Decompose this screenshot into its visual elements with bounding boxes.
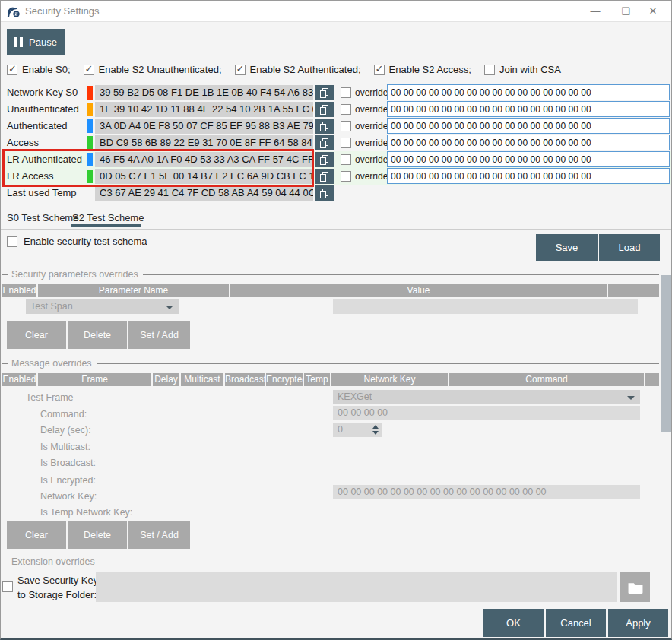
copy-button[interactable] <box>315 185 334 201</box>
message-delete-button: Delete <box>68 521 127 549</box>
column-header-broadcast: Broadcast <box>225 373 265 386</box>
override-input[interactable] <box>387 101 670 117</box>
enable-test-schema-label: Enable security test schema <box>24 236 147 247</box>
enable-s2-access-checkbox[interactable] <box>374 65 385 75</box>
key-row-access: Access BD C9 58 6B 89 22 E9 31 70 0E 8F … <box>1 135 672 151</box>
tab-s2-test-scheme[interactable]: S2 Test Scheme <box>72 212 144 223</box>
delay-label: Delay (sec): <box>40 425 91 436</box>
maximize-button[interactable]: ❑ <box>610 1 641 21</box>
is-multicast-label: Is Multicast: <box>40 442 90 452</box>
column-header-extra <box>645 373 659 386</box>
params-delete-button: Delete <box>68 321 127 349</box>
column-header-multicast: Multicast <box>181 373 223 386</box>
override-checkbox[interactable] <box>341 121 351 131</box>
key-value-field[interactable]: C3 67 AE 29 41 C4 7F CD 58 AB A4 59 04 4… <box>95 185 313 201</box>
key-value-field[interactable]: 0D 05 C7 E1 5F 00 14 B7 E2 EC 6A 9D CB F… <box>95 169 313 184</box>
override-input[interactable] <box>387 151 670 167</box>
window-title: Security Settings <box>25 5 100 17</box>
load-button[interactable]: Load <box>599 234 660 261</box>
enable-s2-unauth-checkbox[interactable] <box>84 65 94 75</box>
enable-test-schema-checkbox[interactable] <box>7 236 17 247</box>
spinner-arrows[interactable] <box>371 423 380 436</box>
enable-s2-access-label: Enable S2 Access; <box>389 64 471 75</box>
override-checkbox[interactable] <box>341 154 351 165</box>
copy-icon <box>320 189 328 198</box>
network-key-field: 00 00 00 00 00 00 00 00 00 00 00 00 00 0… <box>333 485 640 499</box>
storage-folder-field <box>96 572 617 602</box>
enable-s0-checkbox[interactable] <box>7 65 17 75</box>
enable-s2-auth-checkbox[interactable] <box>235 65 246 75</box>
enable-test-schema-row: Enable security test schema <box>7 236 147 247</box>
browse-folder-button <box>620 572 650 602</box>
column-header-enabled: Enabled <box>2 284 36 297</box>
chevron-down-icon <box>627 396 635 400</box>
key-label: LR Authenticated <box>7 154 86 165</box>
column-header-value: Value <box>230 284 607 297</box>
spin-down-icon[interactable] <box>372 431 379 435</box>
override-input[interactable] <box>387 118 670 134</box>
tab-s0-test-scheme[interactable]: S0 Test Scheme <box>7 212 78 223</box>
override-label: override <box>355 138 388 148</box>
delay-value: 0 <box>338 424 343 435</box>
key-row-authenticated: Authenticated 3A 0D A4 0E F8 50 07 CF 85… <box>1 118 672 135</box>
close-button[interactable]: ✕ <box>638 1 668 21</box>
column-header-parameter-name: Parameter Name <box>38 284 229 297</box>
cancel-button[interactable]: Cancel <box>546 609 606 637</box>
copy-button[interactable] <box>315 169 334 184</box>
override-input[interactable] <box>387 84 670 100</box>
key-row-lr-access: LR Access 0D 05 C7 E1 5F 00 14 B7 E2 EC … <box>1 168 672 185</box>
override-label: override <box>355 121 388 131</box>
parameter-name-dropdown: Test Span <box>26 299 179 314</box>
ok-button[interactable]: OK <box>483 609 544 637</box>
pause-label: Pause <box>29 36 57 48</box>
key-row-network-key-s0: Network Key S0 39 59 B2 D5 08 F1 DE 1B 1… <box>1 84 672 101</box>
column-header-extra <box>608 284 659 297</box>
save-keys-to-folder-checkbox[interactable] <box>2 581 13 592</box>
save-button[interactable]: Save <box>536 234 598 261</box>
command-field: 00 00 00 00 <box>333 406 640 420</box>
key-value-field[interactable]: 46 F5 4A A0 1A F0 4D 53 33 A3 CA FF 57 4… <box>95 152 313 167</box>
security-settings-window: Security Settings — ❑ ✕ Pause Enable S0;… <box>0 0 672 640</box>
parameter-name-value: Test Span <box>30 301 73 312</box>
override-input[interactable] <box>387 168 670 184</box>
join-with-csa-checkbox[interactable] <box>484 65 495 75</box>
column-header-enabled: Enabled <box>2 373 36 386</box>
vertical-scrollbar[interactable] <box>661 275 672 432</box>
override-input[interactable] <box>387 135 670 150</box>
join-with-csa-label: Join with CSA <box>499 64 561 75</box>
pause-button[interactable]: Pause <box>7 29 65 55</box>
key-value-field[interactable]: 1F 39 10 42 1D 11 88 4E 22 54 10 2B 1A 5… <box>95 102 313 117</box>
key-value-field[interactable]: 3A 0D A4 0E F8 50 07 CF 85 EF 95 88 B3 A… <box>95 119 313 134</box>
override-checkbox[interactable] <box>341 171 351 182</box>
pause-icon <box>14 37 23 47</box>
override-label: override <box>355 171 388 182</box>
spin-up-icon[interactable] <box>372 425 379 429</box>
copy-button[interactable] <box>315 119 334 134</box>
column-header-command: Command <box>449 373 644 386</box>
column-header-encrypted: Encrypted <box>266 373 303 386</box>
copy-button[interactable] <box>315 102 334 117</box>
title-bar: Security Settings — ❑ ✕ <box>1 1 671 22</box>
message-set-add-button: Set / Add <box>128 521 190 549</box>
override-label: override <box>355 87 388 98</box>
override-checkbox[interactable] <box>341 138 351 148</box>
minimize-button[interactable]: — <box>580 1 610 21</box>
key-value-field[interactable]: BD C9 58 6B 89 22 E9 31 70 0E 8F FF 64 5… <box>95 135 313 150</box>
flag-enable-s2-access: Enable S2 Access; <box>374 64 471 75</box>
enable-s0-label: Enable S0; <box>22 64 71 75</box>
copy-button[interactable] <box>315 135 334 150</box>
copy-icon <box>320 122 328 131</box>
message-table-header: Enabled Frame Delay Multicast Broadcast … <box>2 373 659 386</box>
network-key-label: Network Key: <box>40 491 97 502</box>
apply-button[interactable]: Apply <box>608 609 668 637</box>
copy-icon <box>320 172 328 182</box>
override-checkbox[interactable] <box>341 87 351 98</box>
key-label: Access <box>7 137 86 148</box>
app-logo-icon <box>7 5 21 18</box>
copy-button[interactable] <box>315 152 334 167</box>
copy-button[interactable] <box>315 85 334 100</box>
key-label: Authenticated <box>7 120 86 131</box>
override-checkbox[interactable] <box>341 104 351 115</box>
flag-enable-s2-auth: Enable S2 Authenticated; <box>235 64 361 75</box>
key-value-field[interactable]: 39 59 B2 D5 08 F1 DE 1B 1E 0B 40 F4 54 A… <box>95 85 313 100</box>
